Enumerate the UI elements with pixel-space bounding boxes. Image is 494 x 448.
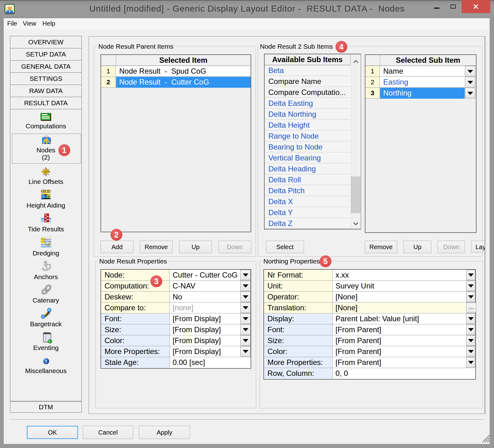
svg-text:N: N [48,195,50,199]
svg-text:GEOID: GEOID [41,190,51,194]
